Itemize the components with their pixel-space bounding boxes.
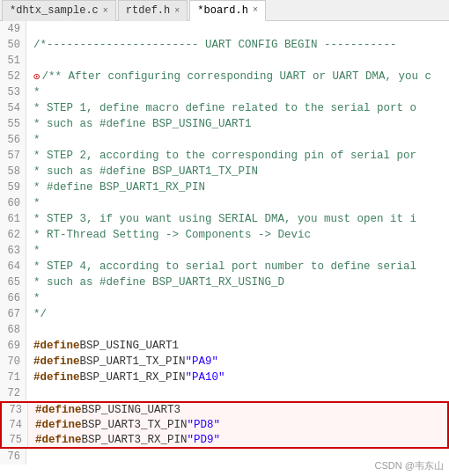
line-number-51: 51	[0, 53, 26, 69]
code-line-52: 52⊙/** After configuring corresponding U…	[0, 69, 449, 84]
code-line-68: 68	[0, 322, 449, 338]
code-line-73: 73#define BSP_USING_UART3	[0, 401, 449, 417]
line-number-52: 52	[0, 69, 26, 84]
line-content-53: *	[26, 84, 40, 100]
editor-area: 49 50/*----------------------- UART CONF…	[0, 21, 449, 476]
line-number-63: 63	[0, 243, 26, 259]
tab-dhtx-label: *dhtx_sample.c	[10, 4, 99, 17]
code-line-58: 58 * such as #define BSP_UART1_TX_PIN	[0, 164, 449, 179]
code-line-64: 64 * STEP 4, according to serial port nu…	[0, 259, 449, 275]
comment-text: /** After configuring corresponding UART…	[42, 70, 432, 83]
comment-text: *	[33, 86, 40, 99]
line-content-61: * STEP 3, if you want using SERIAL DMA, …	[26, 211, 416, 227]
line-number-69: 69	[0, 338, 26, 354]
comment-text: *	[33, 197, 40, 209]
macro-name: BSP_UART3_TX_PIN	[82, 419, 188, 431]
line-number-50: 50	[0, 37, 26, 53]
line-number-64: 64	[0, 259, 26, 275]
macro-name: BSP_USING_UART3	[82, 404, 181, 416]
code-line-53: 53 *	[0, 84, 449, 100]
code-line-66: 66 *	[0, 290, 449, 306]
keyword: #define	[33, 340, 80, 352]
code-line-75: 75#define BSP_UART3_RX_PIN "PD9"	[0, 433, 449, 449]
code-line-57: 57 * STEP 2, according to the correspond…	[0, 148, 449, 164]
string-value: "PD8"	[188, 419, 221, 431]
line-content-65: * such as #define BSP_UART1_RX_USING_D	[26, 275, 284, 290]
line-number-76: 76	[0, 449, 26, 465]
line-content-70: #define BSP_UART1_TX_PIN "PA9"	[26, 354, 218, 370]
line-number-66: 66	[0, 290, 26, 306]
tab-board[interactable]: *board.h ×	[189, 0, 266, 21]
code-line-61: 61 * STEP 3, if you want using SERIAL DM…	[0, 211, 449, 227]
macro-name: BSP_UART3_RX_PIN	[82, 434, 188, 446]
comment-text: * RT-Thread Setting -> Components -> Dev…	[33, 229, 311, 241]
line-number-75: 75	[2, 433, 28, 447]
line-number-54: 54	[0, 100, 26, 116]
line-number-72: 72	[0, 385, 26, 401]
line-content-55: * such as #define BSP_USING_UART1	[26, 116, 252, 132]
code-line-65: 65 * such as #define BSP_UART1_RX_USING_…	[0, 275, 449, 290]
line-number-60: 60	[0, 195, 26, 211]
comment-text: *	[33, 245, 40, 257]
tab-dhtx-close[interactable]: ×	[103, 6, 108, 16]
line-number-56: 56	[0, 132, 26, 148]
code-line-60: 60 *	[0, 195, 449, 211]
line-number-70: 70	[0, 354, 26, 370]
macro-name: BSP_UART1_RX_PIN	[80, 371, 186, 384]
line-number-61: 61	[0, 211, 26, 227]
code-lines: 49 50/*----------------------- UART CONF…	[0, 21, 449, 465]
code-line-56: 56 *	[0, 132, 449, 148]
tab-bar: *dhtx_sample.c × rtdef.h × *board.h ×	[0, 0, 449, 21]
code-line-70: 70#define BSP_UART1_TX_PIN "PA9"	[0, 354, 449, 370]
line-content-54: * STEP 1, define macro define related to…	[26, 100, 416, 116]
tab-dhtx[interactable]: *dhtx_sample.c ×	[2, 0, 116, 21]
comment-text: * such as #define BSP_UART1_TX_PIN	[33, 165, 258, 178]
comment-text: /*----------------------- UART CONFIG BE…	[33, 39, 397, 51]
comment-text: * STEP 4, according to serial port numbe…	[33, 260, 416, 273]
code-line-59: 59 * #define BSP_UART1_RX_PIN	[0, 179, 449, 195]
line-content-66: *	[26, 290, 40, 306]
string-value: "PA9"	[186, 355, 219, 368]
line-number-49: 49	[0, 21, 26, 37]
tab-board-label: *board.h	[197, 4, 248, 17]
line-content-68	[26, 322, 40, 338]
comment-text: * #define BSP_UART1_RX_PIN	[33, 181, 205, 194]
macro-name: BSP_USING_UART1	[80, 340, 180, 352]
line-content-58: * such as #define BSP_UART1_TX_PIN	[26, 164, 258, 179]
code-line-54: 54 * STEP 1, define macro define related…	[0, 100, 449, 116]
line-number-73: 73	[2, 403, 28, 417]
code-line-71: 71#define BSP_UART1_RX_PIN "PA10"	[0, 370, 449, 385]
watermark: CSDN @韦东山	[375, 459, 444, 472]
line-content-74: #define BSP_UART3_TX_PIN "PD8"	[28, 417, 220, 433]
line-number-58: 58	[0, 164, 26, 179]
line-content-51	[26, 53, 40, 69]
line-content-69: #define BSP_USING_UART1	[26, 338, 179, 354]
keyword: #define	[33, 355, 80, 368]
line-number-74: 74	[2, 417, 28, 433]
comment-text: */	[33, 308, 47, 320]
line-number-55: 55	[0, 116, 26, 132]
code-line-69: 69#define BSP_USING_UART1	[0, 338, 449, 354]
line-content-72	[26, 385, 40, 401]
line-number-71: 71	[0, 370, 26, 385]
tab-rtdef[interactable]: rtdef.h ×	[118, 0, 188, 21]
keyword: #define	[33, 371, 80, 384]
comment-text: *	[33, 292, 40, 304]
tab-rtdef-label: rtdef.h	[126, 4, 170, 17]
line-number-68: 68	[0, 322, 26, 338]
keyword: #define	[35, 404, 82, 416]
tab-rtdef-close[interactable]: ×	[174, 6, 180, 16]
code-line-74: 74#define BSP_UART3_TX_PIN "PD8"	[0, 417, 449, 433]
line-content-75: #define BSP_UART3_RX_PIN "PD9"	[28, 433, 220, 447]
tab-board-close[interactable]: ×	[253, 5, 258, 15]
comment-text: * STEP 1, define macro define related to…	[33, 102, 416, 114]
code-line-55: 55 * such as #define BSP_USING_UART1	[0, 116, 449, 132]
line-number-57: 57	[0, 148, 26, 164]
keyword: #define	[35, 419, 82, 431]
line-number-59: 59	[0, 179, 26, 195]
line-content-56: *	[26, 132, 40, 148]
code-line-72: 72	[0, 385, 449, 401]
line-number-53: 53	[0, 84, 26, 100]
string-value: "PD9"	[188, 434, 221, 446]
line-content-57: * STEP 2, according to the corresponding…	[26, 148, 416, 164]
